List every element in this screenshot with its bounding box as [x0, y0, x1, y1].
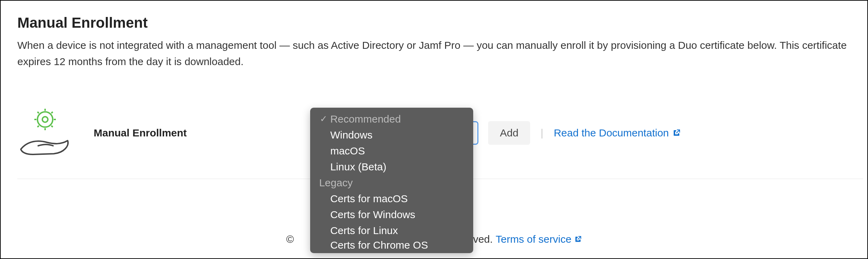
platform-dropdown: ✓ Recommended Windows macOS Linux (Beta)…: [310, 108, 473, 253]
separator: |: [541, 127, 543, 139]
dropdown-option-certs-linux[interactable]: Certs for Linux: [310, 223, 473, 239]
documentation-link[interactable]: Read the Documentation: [554, 127, 681, 139]
check-icon: ✓: [319, 114, 328, 124]
add-button[interactable]: Add: [488, 121, 530, 145]
dropdown-group-label: Recommended: [330, 113, 401, 125]
documentation-link-label: Read the Documentation: [554, 127, 669, 139]
page-title: Manual Enrollment: [17, 15, 851, 31]
svg-point-1: [42, 117, 48, 122]
dropdown-group-label: Legacy: [319, 177, 353, 189]
dropdown-option-certs-chromeos[interactable]: Certs for Chrome OS: [310, 239, 473, 251]
dropdown-group-recommended: ✓ Recommended: [310, 111, 473, 127]
terms-of-service-link[interactable]: Terms of service: [496, 233, 582, 245]
manual-enrollment-row: Manual Enrollment ✓ Recommended Windows …: [17, 108, 851, 179]
external-link-icon: [574, 235, 582, 243]
external-link-icon: [672, 129, 681, 137]
svg-point-0: [37, 112, 53, 127]
tos-label: Terms of service: [496, 233, 571, 245]
dropdown-option-windows[interactable]: Windows: [310, 127, 473, 143]
dropdown-option-macos[interactable]: macOS: [310, 143, 473, 159]
dropdown-option-linux[interactable]: Linux (Beta): [310, 159, 473, 175]
page-description: When a device is not integrated with a m…: [17, 37, 851, 70]
dropdown-option-certs-windows[interactable]: Certs for Windows: [310, 207, 473, 223]
enrollment-label: Manual Enrollment: [94, 127, 187, 139]
dropdown-group-legacy: Legacy: [310, 175, 473, 191]
dropdown-option-certs-macos[interactable]: Certs for macOS: [310, 191, 473, 207]
gear-hand-icon: [17, 108, 73, 158]
copyright-symbol: ©: [286, 233, 294, 245]
